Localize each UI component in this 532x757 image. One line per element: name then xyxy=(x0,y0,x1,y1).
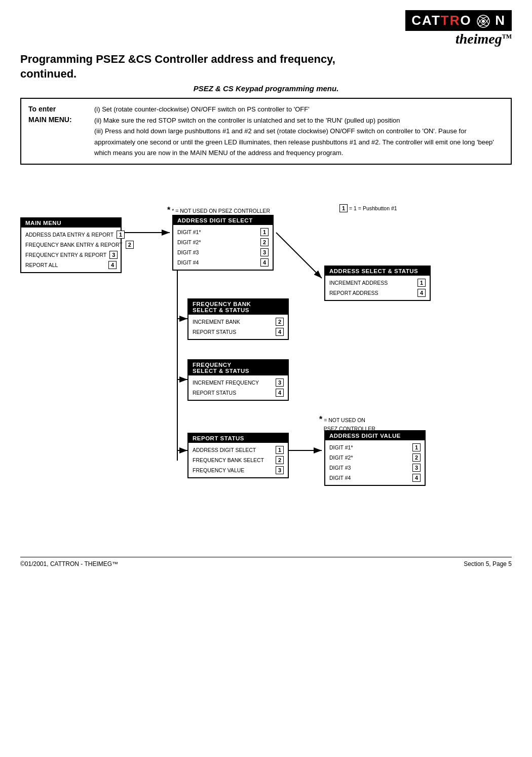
freq-select-body: INCREMENT FREQUENCY 3 REPORT STATUS 4 xyxy=(188,375,288,400)
freq-select-title: FREQUENCYSELECT & STATUS xyxy=(188,360,288,375)
main-menu-box: MAIN MENU ADDRESS DATA ENTRY & REPORT 1 … xyxy=(20,217,122,273)
report-status-row-3: FREQUENCY VALUE 3 xyxy=(193,465,284,475)
freq-bank-row-1: INCREMENT BANK 2 xyxy=(193,317,284,327)
footnote-left: ©01/2001, CATTRON - THEIMEG™ xyxy=(20,560,118,567)
svg-line-6 xyxy=(276,233,322,278)
note-pushbutton: 1 = 1 = Pushbutton #1 xyxy=(339,205,397,212)
freq-bank-select-title: FREQUENCY BANKSELECT & STATUS xyxy=(188,299,288,315)
addr-val-row-3: DIGIT #3 3 xyxy=(329,463,421,473)
report-status-row-2: FREQUENCY BANK SELECT 2 xyxy=(193,455,284,465)
address-digit-select-body: DIGIT #1* 1 DIGIT #2* 2 DIGIT #3 3 DIGIT… xyxy=(173,225,273,270)
freq-bank-select-body: INCREMENT BANK 2 REPORT STATUS 4 xyxy=(188,315,288,339)
page-subtitle: PSEZ & CS Keypad programming menu. xyxy=(20,84,512,93)
main-menu-body: ADDRESS DATA ENTRY & REPORT 1 FREQUENCY … xyxy=(21,228,121,272)
report-status-row-1: ADDRESS DIGIT SELECT 1 xyxy=(193,445,284,455)
diagram-area: * * = NOT USED ON PSEZ CONTROLLER 1 = 1 … xyxy=(20,177,512,542)
address-digit-value-body: DIGIT #1* 1 DIGIT #2* 2 DIGIT #3 3 DIGIT… xyxy=(325,440,425,485)
main-menu-title: MAIN MENU xyxy=(21,218,121,228)
addr-val-row-2: DIGIT #2* 2 xyxy=(329,452,421,463)
freq-bank-row-2: REPORT STATUS 4 xyxy=(193,327,284,337)
main-menu-row-4: REPORT ALL 4 xyxy=(25,260,117,270)
address-select-status-box: ADDRESS SELECT & STATUS INCREMENT ADDRES… xyxy=(324,266,431,301)
address-select-status-title: ADDRESS SELECT & STATUS xyxy=(325,267,430,276)
addr-val-row-4: DIGIT #4 4 xyxy=(329,473,421,483)
addr-digit-row-2: DIGIT #2* 2 xyxy=(177,237,269,247)
main-menu-row-2: FREQUENCY BANK ENTRY & REPORT 2 xyxy=(25,240,117,250)
report-status-title: REPORT STATUS xyxy=(188,434,288,443)
logo-area: CATTRO N theimegTM xyxy=(20,10,512,47)
footnote: ©01/2001, CATTRON - THEIMEG™ Section 5, … xyxy=(20,557,512,567)
instruction-box: To enter MAIN MENU: (i) Set (rotate coun… xyxy=(20,98,512,164)
address-digit-value-title: ADDRESS DIGIT VALUE xyxy=(325,431,425,440)
addr-status-row-1: INCREMENT ADDRESS 1 xyxy=(329,278,426,288)
addr-status-row-2: REPORT ADDRESS 4 xyxy=(329,288,426,298)
instruction-steps: (i) Set (rotate counter-clockwise) ON/OF… xyxy=(94,104,504,158)
footnote-right: Section 5, Page 5 xyxy=(464,560,512,567)
addr-digit-row-4: DIGIT #4 4 xyxy=(177,257,269,268)
main-menu-row-3: FREQUENCY ENTRY & REPORT 3 xyxy=(25,250,117,260)
logo-tm: TM xyxy=(502,33,512,40)
freq-select-box: FREQUENCYSELECT & STATUS INCREMENT FREQU… xyxy=(187,359,289,401)
freq-bank-select-box: FREQUENCY BANKSELECT & STATUS INCREMENT … xyxy=(187,298,289,340)
instruction-label: To enter MAIN MENU: xyxy=(28,104,94,158)
addr-digit-row-3: DIGIT #3 3 xyxy=(177,247,269,257)
address-digit-select-box: ADDRESS DIGIT SELECT DIGIT #1* 1 DIGIT #… xyxy=(172,215,274,271)
addr-digit-row-1: DIGIT #1* 1 xyxy=(177,227,269,237)
svg-point-3 xyxy=(482,20,485,23)
report-status-body: ADDRESS DIGIT SELECT 1 FREQUENCY BANK SE… xyxy=(188,443,288,477)
logo-cattron: CATTRO N xyxy=(411,13,506,28)
page-title: Programming PSEZ &CS Controller address … xyxy=(20,52,512,81)
address-digit-select-title: ADDRESS DIGIT SELECT xyxy=(173,216,273,225)
logo-theimeg: theimegTM xyxy=(405,31,512,47)
addr-val-row-1: DIGIT #1* 1 xyxy=(329,442,421,452)
address-digit-value-box: ADDRESS DIGIT VALUE DIGIT #1* 1 DIGIT #2… xyxy=(324,430,426,486)
freq-select-row-2: REPORT STATUS 4 xyxy=(193,388,284,398)
freq-select-row-1: INCREMENT FREQUENCY 3 xyxy=(193,377,284,388)
report-status-box: REPORT STATUS ADDRESS DIGIT SELECT 1 FRE… xyxy=(187,433,289,478)
main-menu-row-1: ADDRESS DATA ENTRY & REPORT 1 xyxy=(25,230,117,240)
address-select-status-body: INCREMENT ADDRESS 1 REPORT ADDRESS 4 xyxy=(325,276,430,300)
